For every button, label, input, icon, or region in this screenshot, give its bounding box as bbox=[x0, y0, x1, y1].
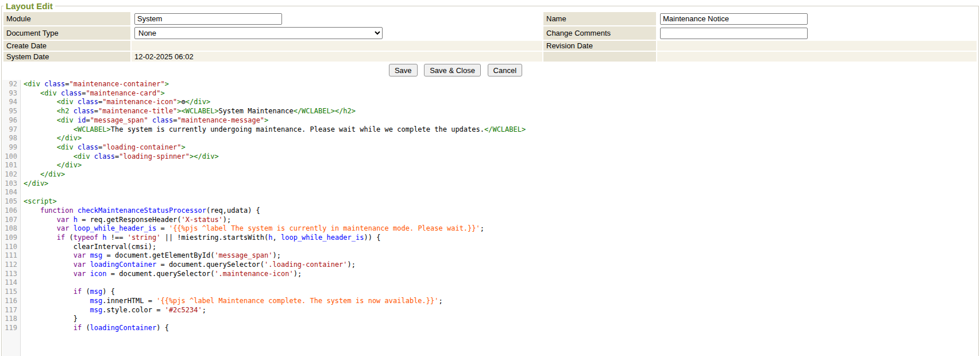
module-label: Module bbox=[3, 12, 130, 25]
name-input[interactable] bbox=[660, 13, 808, 25]
line-number: 100 bbox=[2, 152, 20, 162]
form-row-doctype-comments: Document Type None Change Comments bbox=[3, 26, 977, 40]
code-line[interactable]: 103</div> bbox=[2, 179, 978, 189]
save-button[interactable]: Save bbox=[389, 64, 418, 76]
line-number: 112 bbox=[2, 261, 20, 270]
change-comments-input[interactable] bbox=[660, 28, 808, 39]
code-text[interactable]: <div class="loading-spinner"></div> bbox=[20, 152, 219, 162]
document-type-value-cell: None bbox=[132, 26, 542, 40]
line-number: 118 bbox=[2, 315, 20, 324]
form-row-system-date: System Date 12-02-2025 06:02 bbox=[3, 52, 977, 62]
line-number: 93 bbox=[2, 89, 20, 98]
module-input[interactable] bbox=[134, 13, 282, 25]
code-line[interactable]: 101 </div> bbox=[2, 161, 978, 170]
code-line[interactable]: 116 msg.innerHTML = '{{%pjs ^label Maint… bbox=[2, 297, 978, 306]
code-text[interactable]: <div class="loading-container"> bbox=[20, 143, 186, 152]
code-line[interactable]: 115 if (msg) { bbox=[2, 288, 978, 297]
system-date-value: 12-02-2025 06:02 bbox=[132, 52, 542, 62]
code-text[interactable]: clearInterval(cmsi); bbox=[20, 243, 156, 252]
code-line[interactable]: 97 <WCLABEL>The system is currently unde… bbox=[2, 125, 978, 135]
code-text[interactable]: if (loadingContainer) { bbox=[20, 324, 169, 333]
code-line[interactable]: 113 var icon = document.querySelector('.… bbox=[2, 270, 978, 279]
code-text[interactable]: var loop_while_header_is = '{{%pjs ^labe… bbox=[20, 224, 484, 233]
line-number: 94 bbox=[2, 98, 20, 107]
code-line[interactable]: 104 bbox=[2, 188, 978, 197]
line-number: 109 bbox=[2, 233, 20, 243]
code-text[interactable]: <script> bbox=[20, 197, 57, 206]
layout-form: Module Name Document Type None Change Co… bbox=[2, 11, 978, 63]
create-date-label: Create Date bbox=[3, 41, 130, 51]
code-text[interactable]: <div class="maintenance-card"> bbox=[20, 89, 165, 98]
change-comments-value-cell bbox=[657, 26, 977, 40]
form-row-module-name: Module Name bbox=[3, 12, 977, 25]
code-text[interactable] bbox=[20, 278, 24, 288]
code-text[interactable]: var msg = document.getElementById('messa… bbox=[20, 251, 281, 261]
code-text[interactable]: <WCLABEL>The system is currently undergo… bbox=[20, 125, 526, 135]
line-number: 116 bbox=[2, 297, 20, 306]
code-line[interactable]: 94 <div class="maintenance-icon">⚙</div> bbox=[2, 98, 978, 107]
code-line[interactable]: 110 clearInterval(cmsi); bbox=[2, 243, 978, 252]
code-text[interactable]: var loadingContainer = document.querySel… bbox=[20, 261, 356, 270]
line-number: 95 bbox=[2, 107, 20, 116]
code-line[interactable]: 106 function checkMaintenanceStatusProce… bbox=[2, 206, 978, 216]
code-text[interactable]: function checkMaintenanceStatusProcessor… bbox=[20, 206, 260, 216]
code-text[interactable]: msg.style.color = '#2c5234'; bbox=[20, 306, 206, 315]
code-text[interactable]: } bbox=[20, 315, 78, 324]
code-editor[interactable]: 92<div class="maintenance-container">93 … bbox=[2, 80, 978, 356]
code-line[interactable]: 111 var msg = document.getElementById('m… bbox=[2, 251, 978, 261]
create-date-value bbox=[132, 41, 542, 51]
line-number: 108 bbox=[2, 224, 20, 233]
line-number: 119 bbox=[2, 324, 20, 333]
code-text[interactable]: <div class="maintenance-container"> bbox=[20, 80, 169, 89]
line-number: 103 bbox=[2, 179, 20, 189]
line-number: 92 bbox=[2, 80, 20, 89]
code-text[interactable]: </div> bbox=[20, 161, 82, 170]
document-type-label: Document Type bbox=[3, 26, 130, 40]
code-line[interactable]: 105<script> bbox=[2, 197, 978, 206]
code-line[interactable]: 118 } bbox=[2, 315, 978, 324]
code-line[interactable]: 114 bbox=[2, 278, 978, 288]
document-type-select[interactable]: None bbox=[134, 27, 383, 39]
line-number: 111 bbox=[2, 251, 20, 261]
line-number: 98 bbox=[2, 134, 20, 143]
code-text[interactable]: <div class="maintenance-icon">⚙</div> bbox=[20, 98, 210, 107]
code-line[interactable]: 93 <div class="maintenance-card"> bbox=[2, 89, 978, 98]
code-text[interactable]: if (typeof h !== 'string' || !miestring.… bbox=[20, 233, 380, 243]
code-line[interactable]: 112 var loadingContainer = document.quer… bbox=[2, 261, 978, 270]
code-text[interactable]: </div> bbox=[20, 179, 48, 189]
empty-value-cell bbox=[657, 52, 977, 62]
save-and-close-button[interactable]: Save & Close bbox=[424, 64, 481, 76]
code-text[interactable]: </div> bbox=[20, 134, 82, 143]
line-number: 102 bbox=[2, 170, 20, 179]
code-text[interactable]: if (msg) { bbox=[20, 288, 115, 297]
revision-date-value bbox=[657, 41, 977, 51]
code-text[interactable] bbox=[20, 188, 24, 197]
line-number: 106 bbox=[2, 206, 20, 216]
page-title: Layout Edit bbox=[3, 1, 55, 11]
code-line[interactable]: 98 </div> bbox=[2, 134, 978, 143]
code-line[interactable]: 92<div class="maintenance-container"> bbox=[2, 80, 978, 89]
code-line[interactable]: 102 </div> bbox=[2, 170, 978, 179]
code-text[interactable]: var icon = document.querySelector('.main… bbox=[20, 270, 302, 279]
code-line[interactable]: 109 if (typeof h !== 'string' || !miestr… bbox=[2, 233, 978, 243]
code-line[interactable]: 108 var loop_while_header_is = '{{%pjs ^… bbox=[2, 224, 978, 233]
code-line[interactable]: 96 <div id="message_span" class="mainten… bbox=[2, 116, 978, 125]
code-text[interactable]: </div> bbox=[20, 170, 65, 179]
code-line[interactable]: 107 var h = req.getResponseHeader('X-sta… bbox=[2, 216, 978, 225]
code-text[interactable]: var h = req.getResponseHeader('X-status'… bbox=[20, 216, 231, 225]
code-text[interactable]: <div id="message_span" class="maintenanc… bbox=[20, 116, 268, 125]
revision-date-label: Revision Date bbox=[543, 41, 656, 51]
code-line[interactable]: 100 <div class="loading-spinner"></div> bbox=[2, 152, 978, 162]
empty-label-cell bbox=[543, 52, 656, 62]
line-number: 107 bbox=[2, 216, 20, 225]
code-text[interactable]: <h2 class="maintenance-title"><WCLABEL>S… bbox=[20, 107, 356, 116]
code-line[interactable]: 117 msg.style.color = '#2c5234'; bbox=[2, 306, 978, 315]
code-line[interactable]: 95 <h2 class="maintenance-title"><WCLABE… bbox=[2, 107, 978, 116]
code-line[interactable]: 99 <div class="loading-container"> bbox=[2, 143, 978, 152]
cancel-button[interactable]: Cancel bbox=[488, 64, 522, 76]
code-line[interactable]: 119 if (loadingContainer) { bbox=[2, 324, 978, 333]
line-number: 104 bbox=[2, 188, 20, 197]
module-value-cell bbox=[132, 12, 542, 25]
line-number: 113 bbox=[2, 270, 20, 279]
code-text[interactable]: msg.innerHTML = '{{%pjs ^label Maintenan… bbox=[20, 297, 443, 306]
